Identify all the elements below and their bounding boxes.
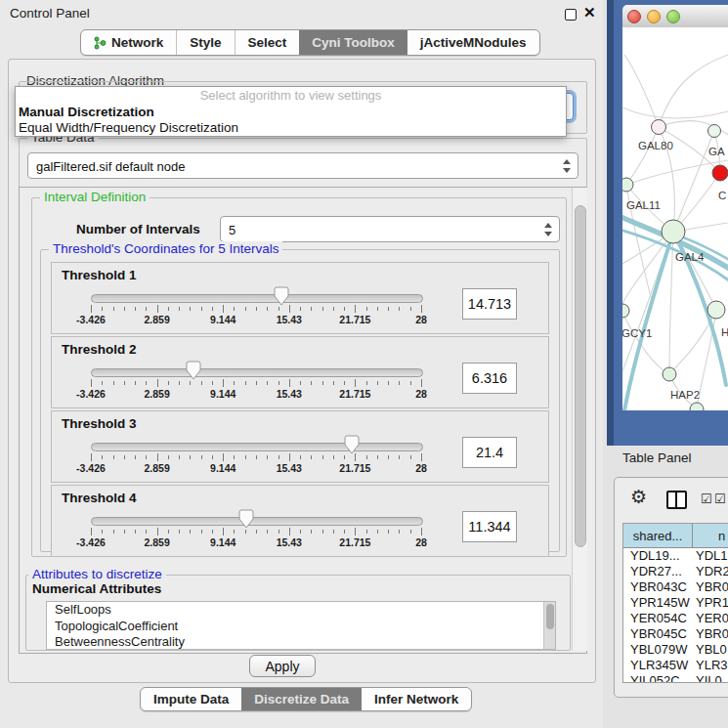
attribute-list-item[interactable]: SelfLoops (47, 602, 555, 619)
tick-label: -3.426 (76, 536, 106, 548)
tick-label: 2.859 (144, 314, 169, 325)
slider-track[interactable] (91, 294, 423, 303)
cell-shared-name[interactable]: YDL19... (623, 548, 692, 564)
slider-track[interactable] (91, 517, 423, 526)
settings-vertical-scrollbar[interactable] (572, 188, 587, 651)
cell-shared-name[interactable]: YDR27... (623, 564, 692, 579)
table-row[interactable]: YBR043CYBR0 (623, 579, 728, 595)
cell-name[interactable]: YBR0 (692, 579, 728, 595)
network-node-HAP2[interactable] (663, 367, 676, 381)
slider-thumb[interactable] (274, 286, 289, 306)
tick-label: 9.144 (210, 388, 236, 400)
table-row[interactable]: YBR045CYBR0 (623, 626, 728, 642)
attribute-list-item[interactable]: BetweennessCentrality (47, 634, 555, 650)
network-node-node-red[interactable] (712, 165, 728, 181)
tick-label: 21.715 (339, 388, 370, 400)
settings-scroll-area: Interval Definition Number of Intervals … (19, 187, 587, 654)
column-header-name[interactable]: n (693, 524, 728, 547)
network-node-label: GAL4 (675, 251, 705, 263)
cell-name[interactable]: YDL1 (692, 548, 728, 564)
tab-network[interactable]: Network (81, 30, 176, 55)
table-row[interactable]: YLR345WYLR3 (623, 658, 728, 673)
cell-shared-name[interactable]: YBR045C (623, 626, 692, 642)
close-icon[interactable]: ✕ (583, 4, 596, 21)
network-node-GAL11[interactable] (622, 178, 633, 192)
network-node-GAL4[interactable] (662, 220, 685, 243)
slider-tick-labels: -3.4262.8599.14415.4321.71528 (91, 462, 421, 475)
table-row[interactable]: YER054CYER0 (623, 611, 728, 626)
tab-select[interactable]: Select (235, 30, 300, 55)
network-view-canvas[interactable]: GAL80GACGAL11GAL4GCY1HHAP2 (622, 27, 728, 410)
table-row[interactable]: YDR27...YDR2 (623, 564, 728, 579)
attribute-list-item[interactable]: TopologicalCoefficient (47, 619, 555, 635)
checkbox-icon[interactable]: ☑ (701, 492, 712, 506)
network-node-GCY1[interactable] (622, 304, 629, 318)
table-row[interactable]: YBL079WYBL0 (623, 642, 728, 658)
tick-label: 15.43 (277, 388, 302, 400)
minimize-traffic-light[interactable] (647, 10, 661, 23)
attributes-scrollbar[interactable] (543, 602, 555, 649)
table-data-combobox[interactable]: galFiltered.sif default node (27, 152, 578, 179)
network-node-GAL80[interactable] (652, 120, 666, 135)
table-row[interactable]: YIL052CYIL0 (623, 673, 728, 683)
tab-infer-network[interactable]: Infer Network (362, 688, 471, 710)
cell-name[interactable]: YLR3 (692, 658, 728, 673)
close-traffic-light[interactable] (627, 10, 641, 23)
cell-name[interactable]: YER0 (692, 611, 728, 626)
slider-ticks (91, 379, 421, 388)
column-header-shared-name[interactable]: shared... (623, 524, 693, 547)
network-node-node-top-right[interactable] (708, 125, 721, 138)
split-columns-icon[interactable] (666, 491, 687, 509)
tick-label: 2.859 (144, 388, 169, 400)
tick-label: 28 (415, 536, 427, 548)
cell-shared-name[interactable]: YPR145W (623, 595, 692, 611)
scrollbar-thumb[interactable] (546, 604, 554, 629)
table-row[interactable]: YDL19...YDL1 (623, 548, 728, 564)
tab-style[interactable]: Style (176, 30, 234, 55)
cell-shared-name[interactable]: YLR345W (623, 658, 692, 673)
cell-name[interactable]: YIL0 (692, 673, 728, 683)
float-window-icon[interactable] (565, 9, 577, 21)
slider-thumb[interactable] (186, 361, 201, 380)
slider-track[interactable] (91, 443, 423, 451)
apply-button[interactable]: Apply (249, 655, 316, 677)
tab-impute-data[interactable]: Impute Data (141, 688, 241, 710)
network-node-node-h[interactable] (707, 301, 725, 319)
cell-shared-name[interactable]: YBR043C (623, 579, 692, 595)
slider-thumb[interactable] (344, 435, 360, 454)
network-window-shadow (607, 0, 614, 446)
table-row[interactable]: YPR145WYPR1 (623, 595, 728, 611)
popup-option-manual[interactable]: Manual Discretization (16, 105, 566, 120)
tick-label: 15.43 (277, 314, 302, 325)
network-window-titlebar[interactable] (622, 5, 728, 28)
tab-discretize-data[interactable]: Discretize Data (241, 688, 362, 710)
slider-track[interactable] (91, 368, 423, 377)
tab-jactivemnodules[interactable]: jActiveMNodules (407, 30, 539, 55)
cell-name[interactable]: YPR1 (692, 595, 728, 611)
numerical-attributes-list[interactable]: SelfLoopsTopologicalCoefficientBetweenne… (46, 601, 556, 650)
threshold-value-field[interactable]: 6.316 (462, 363, 517, 394)
zoom-traffic-light[interactable] (666, 10, 680, 23)
cell-shared-name[interactable]: YER054C (623, 611, 692, 626)
number-of-intervals-combobox[interactable]: 5 (220, 216, 560, 242)
cell-shared-name[interactable]: YBL079W (623, 642, 692, 658)
cell-name[interactable]: YBL0 (692, 642, 728, 658)
gear-icon[interactable]: ⚙ (630, 486, 647, 508)
network-node-label: H (721, 326, 728, 338)
slider-thumb[interactable] (238, 509, 254, 529)
checkbox-icon[interactable]: ☑ (714, 492, 726, 506)
scrollbar-thumb[interactable] (575, 205, 586, 547)
threshold-value-field[interactable]: 11.344 (462, 511, 517, 542)
tab-cyni-toolbox[interactable]: Cyni Toolbox (299, 30, 407, 55)
threshold-value-field[interactable]: 21.4 (462, 437, 517, 468)
cell-name[interactable]: YBR0 (692, 626, 728, 642)
threshold-value-field[interactable]: 14.713 (462, 288, 517, 320)
cell-shared-name[interactable]: YIL052C (623, 673, 692, 683)
threshold-panel: Threshold 2 -3.4262.8599.14415.4321.7152… (51, 336, 549, 408)
popup-option-equal-width[interactable]: Equal Width/Frequency Discretization (16, 120, 566, 136)
network-node-node-bottom[interactable] (690, 403, 704, 410)
cell-name[interactable]: YDR2 (692, 564, 728, 579)
control-panel-window: Control Panel ✕ Network Style Select Cyn… (0, 0, 604, 728)
threshold-label: Threshold 2 (62, 342, 137, 357)
network-node-label: GCY1 (622, 327, 652, 339)
